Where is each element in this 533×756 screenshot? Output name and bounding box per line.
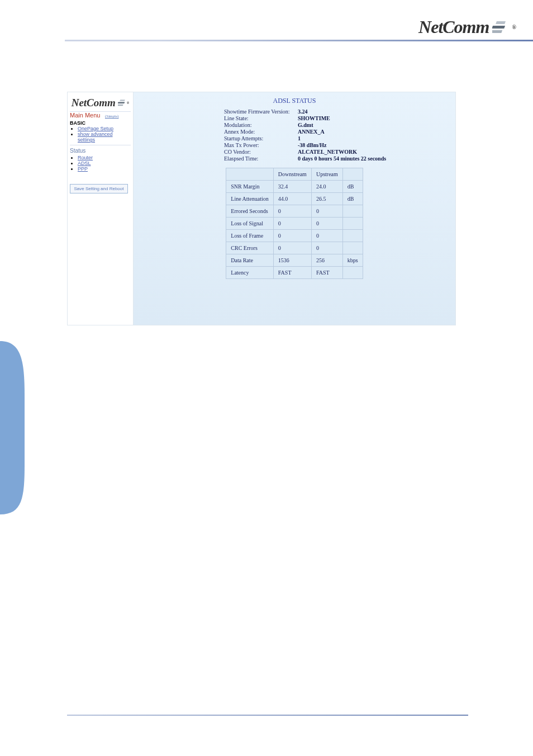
save-settings-button[interactable]: Save Setting and Reboot — [70, 184, 128, 193]
row-up: 0 — [311, 242, 342, 254]
row-up: 0 — [311, 218, 342, 230]
row-label: SNR Margin — [226, 181, 274, 193]
sidebar-item-label[interactable]: show advanced settings — [78, 131, 113, 143]
sidebar-item-label[interactable]: Router — [78, 155, 93, 160]
kv-value: SHOWTIME — [298, 115, 330, 122]
table-row: Loss of Signal00 — [226, 218, 363, 230]
table-row: Loss of Frame00 — [226, 230, 363, 242]
kv-value: 1 — [298, 135, 301, 142]
sidebar-item-advanced-settings[interactable]: show advanced settings — [78, 131, 131, 143]
sidebar-item-label[interactable]: ADSL — [78, 160, 91, 166]
row-unit — [342, 230, 363, 242]
page-title: ADSL STATUS — [137, 97, 452, 105]
row-label: Errored Seconds — [226, 205, 274, 218]
kv-row: Max Tx Power:-38 dBm/Hz — [224, 142, 452, 149]
row-up: 0 — [311, 230, 342, 242]
table-header-upstream: Upstream — [311, 168, 342, 181]
page-header: NetComm ® — [65, 17, 533, 41]
row-unit: kbps — [342, 254, 363, 267]
sidebar-item-label[interactable]: OnePage Setup — [78, 126, 113, 131]
svg-rect-0 — [496, 21, 506, 24]
kv-value: 3.24 — [298, 108, 308, 115]
registered-icon: ® — [512, 24, 516, 30]
table-row: Errored Seconds00 — [226, 205, 363, 218]
header-divider — [65, 40, 533, 41]
status-menu: Router ADSL PPP — [78, 155, 131, 172]
kv-label: Line State: — [224, 115, 298, 122]
kv-value: -38 dBm/Hz — [298, 142, 326, 149]
row-down: FAST — [273, 267, 311, 279]
row-down: 0 — [273, 242, 311, 254]
sidebar-item-label[interactable]: PPP — [78, 166, 88, 172]
kv-row: Annex Mode:ANNEX_A — [224, 129, 452, 135]
row-down: 32.4 — [273, 181, 311, 193]
table-row: Data Rate1536256kbps — [226, 254, 363, 267]
basic-section-label: BASIC — [70, 119, 131, 126]
logo-text: NetComm — [418, 17, 489, 37]
basic-menu: OnePage Setup show advanced settings — [78, 126, 131, 143]
logo-stripes-icon — [118, 100, 127, 106]
kv-row: Showtime Firmware Version:3.24 — [224, 108, 452, 115]
row-down: 0 — [273, 205, 311, 218]
header-logo-wrap: NetComm ® — [65, 17, 533, 37]
row-down: 44.0 — [273, 193, 311, 205]
row-label: Latency — [226, 267, 274, 279]
svg-rect-5 — [118, 105, 123, 106]
kv-row: Modulation:G.dmt — [224, 122, 452, 129]
row-up: 24.0 — [311, 181, 342, 193]
table-row: SNR Margin32.424.0dB — [226, 181, 363, 193]
kv-value: 0 days 0 hours 54 minutes 22 seconds — [298, 155, 386, 162]
row-unit — [342, 205, 363, 218]
row-up: FAST — [311, 267, 342, 279]
sidebar-item-adsl[interactable]: ADSL — [78, 160, 131, 166]
kv-label: Annex Mode: — [224, 129, 298, 135]
table-row: CRC Errors00 — [226, 242, 363, 254]
kv-label: Max Tx Power: — [224, 142, 298, 149]
row-unit — [342, 267, 363, 279]
svg-rect-4 — [118, 102, 125, 103]
row-label: CRC Errors — [226, 242, 274, 254]
row-label: Loss of Signal — [226, 218, 274, 230]
kv-value: G.dmt — [298, 122, 313, 129]
sidebar-item-router[interactable]: Router — [78, 155, 131, 160]
table-row: Line Attenuation44.026.5dB — [226, 193, 363, 205]
kv-row: Startup Attempts:1 — [224, 135, 452, 142]
status-section-label: Status — [70, 145, 131, 155]
sidebar: NetComm ® Main Menu (Simple) BASIC OnePa… — [68, 92, 134, 325]
kv-row: Line State:SHOWTIME — [224, 115, 452, 122]
svg-rect-2 — [492, 30, 502, 33]
kv-row: CO Vendor:ALCATEL_NETWORK — [224, 149, 452, 155]
main-menu-label: Main Menu — [70, 110, 100, 119]
status-details: Showtime Firmware Version:3.24 Line Stat… — [224, 108, 452, 162]
svg-rect-1 — [492, 26, 505, 29]
mode-toggle-link[interactable]: (Simple) — [105, 114, 119, 119]
row-label: Data Rate — [226, 254, 274, 267]
registered-icon: ® — [127, 101, 129, 105]
router-admin-screenshot: NetComm ® Main Menu (Simple) BASIC OnePa… — [67, 92, 456, 325]
kv-row: Elaspsed Time:0 days 0 hours 54 minutes … — [224, 155, 452, 162]
row-unit — [342, 218, 363, 230]
row-label: Line Attenuation — [226, 193, 274, 205]
row-unit: dB — [342, 193, 363, 205]
row-up: 26.5 — [311, 193, 342, 205]
table-row: LatencyFASTFAST — [226, 267, 363, 279]
row-unit: dB — [342, 181, 363, 193]
sidebar-item-ppp[interactable]: PPP — [78, 166, 131, 172]
footer-divider — [67, 715, 468, 716]
table-header-unit — [342, 168, 363, 181]
table-header-blank — [226, 168, 274, 181]
kv-label: Modulation: — [224, 122, 298, 129]
logo: NetComm ® — [418, 17, 516, 37]
kv-value: ALCATEL_NETWORK — [298, 149, 357, 155]
main-content: ADSL STATUS Showtime Firmware Version:3.… — [134, 92, 455, 325]
row-up: 256 — [311, 254, 342, 267]
row-up: 0 — [311, 205, 342, 218]
logo-stripes-icon — [492, 21, 509, 34]
kv-label: Startup Attempts: — [224, 135, 298, 142]
row-label: Loss of Frame — [226, 230, 274, 242]
row-unit — [342, 242, 363, 254]
svg-rect-3 — [120, 100, 125, 101]
row-down: 0 — [273, 218, 311, 230]
sidebar-item-onepage-setup[interactable]: OnePage Setup — [78, 126, 131, 131]
kv-label: CO Vendor: — [224, 149, 298, 155]
